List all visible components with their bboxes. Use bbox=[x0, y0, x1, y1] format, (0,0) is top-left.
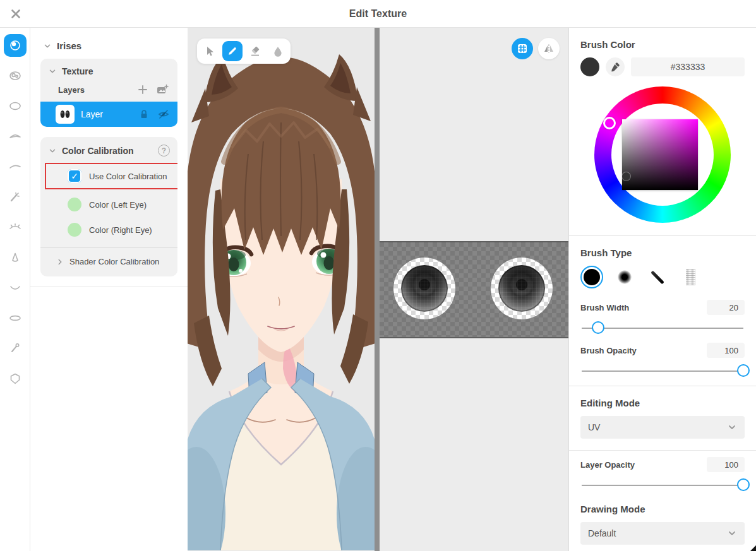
right-eye-color-swatch[interactable] bbox=[68, 223, 81, 237]
layer-opacity-slider-handle[interactable] bbox=[737, 478, 750, 491]
eyelash-brush-icon bbox=[8, 189, 23, 204]
brush-width-value[interactable]: 20 bbox=[707, 300, 745, 315]
eyebrow-icon bbox=[8, 159, 23, 174]
saturation-value-square[interactable] bbox=[622, 119, 698, 190]
character-preview bbox=[188, 28, 375, 550]
chevron-down-icon bbox=[727, 528, 737, 538]
sidebar-item-makeup-pen[interactable] bbox=[4, 337, 27, 360]
brush-color-row: #333333 bbox=[580, 57, 745, 76]
brush-width-slider[interactable] bbox=[582, 320, 743, 335]
eyedropper-icon bbox=[609, 61, 621, 73]
help-icon[interactable]: ? bbox=[158, 145, 170, 157]
face-outline-icon bbox=[8, 371, 23, 386]
color-calibration-title: Color Calibration bbox=[62, 146, 134, 156]
sidebar-item-mouth[interactable] bbox=[4, 276, 27, 299]
left-eye-color-swatch[interactable] bbox=[68, 198, 81, 211]
sidebar-item-highlight[interactable] bbox=[4, 64, 27, 87]
close-icon bbox=[9, 8, 22, 20]
irises-section-title: Irises bbox=[57, 40, 81, 51]
layer-thumbnail bbox=[56, 105, 75, 124]
brush-opacity-slider-handle[interactable] bbox=[737, 364, 750, 377]
viewport-splitter[interactable] bbox=[375, 28, 380, 551]
chevron-down-icon bbox=[43, 42, 52, 50]
hex-color-input[interactable]: #333333 bbox=[631, 57, 745, 76]
drawing-mode-dropdown[interactable]: Default bbox=[580, 522, 745, 545]
brush-tool-button[interactable] bbox=[222, 41, 243, 61]
sidebar-item-eyebrow[interactable] bbox=[4, 155, 27, 178]
sidebar-item-face-outline[interactable] bbox=[4, 367, 27, 390]
brush-type-title: Brush Type bbox=[580, 247, 745, 258]
hue-ring-handle[interactable] bbox=[603, 117, 616, 129]
lock-icon[interactable] bbox=[138, 109, 150, 120]
iris-icon bbox=[8, 38, 23, 53]
slider-track[interactable] bbox=[582, 370, 743, 372]
drawing-mode-value: Default bbox=[588, 528, 616, 538]
texture-uv-viewport[interactable] bbox=[380, 28, 568, 551]
brush-opacity-row: Brush Opacity 100 bbox=[580, 343, 745, 358]
layer-opacity-value[interactable]: 100 bbox=[707, 457, 745, 472]
shader-color-calibration-row[interactable]: Shader Color Calibration bbox=[40, 248, 177, 276]
left-iris-texture bbox=[401, 265, 448, 312]
layers-panel: Irises Texture Layers bbox=[30, 28, 188, 551]
character-preview-viewport[interactable] bbox=[188, 28, 375, 551]
irises-section-header[interactable]: Irises bbox=[40, 35, 177, 59]
chevron-right-icon bbox=[56, 258, 64, 266]
lips-icon bbox=[8, 311, 23, 326]
sidebar-item-eyeline[interactable] bbox=[4, 216, 27, 239]
toggle-grid-button[interactable] bbox=[512, 38, 533, 59]
divider bbox=[30, 287, 188, 287]
layer-name: Layer bbox=[81, 109, 103, 119]
sidebar-item-eye-white[interactable] bbox=[4, 95, 27, 117]
blur-tool-button[interactable] bbox=[268, 41, 288, 61]
right-iris-texture bbox=[498, 265, 545, 312]
sidebar-item-nose[interactable] bbox=[4, 246, 27, 269]
brush-opacity-value[interactable]: 100 bbox=[707, 343, 745, 358]
slider-track[interactable] bbox=[582, 485, 743, 486]
sidebar-item-eyelash-brush[interactable] bbox=[4, 186, 27, 208]
eyeline-icon bbox=[8, 220, 23, 235]
brush-type-soft[interactable] bbox=[613, 266, 636, 288]
brush-type-solid[interactable] bbox=[580, 266, 603, 288]
face-part-sidebar bbox=[0, 28, 30, 551]
brush-width-slider-handle[interactable] bbox=[592, 321, 604, 334]
close-button[interactable] bbox=[9, 7, 23, 21]
color-calibration-header[interactable]: Color Calibration ? bbox=[40, 137, 177, 163]
sidebar-item-eyelid[interactable] bbox=[4, 125, 27, 148]
sidebar-item-lips[interactable] bbox=[4, 307, 27, 329]
brush-type-texture[interactable] bbox=[679, 266, 702, 288]
layer-opacity-slider[interactable] bbox=[582, 477, 743, 492]
window-resize-handle[interactable] bbox=[750, 545, 756, 551]
check-icon: ✓ bbox=[69, 170, 80, 182]
mirror-icon bbox=[543, 42, 555, 55]
eyedropper-button[interactable] bbox=[606, 57, 625, 76]
layer-row-selected[interactable]: Layer bbox=[40, 102, 177, 127]
editing-mode-dropdown[interactable]: UV bbox=[580, 416, 745, 439]
titlebar: Edit Texture bbox=[0, 0, 756, 28]
visibility-off-icon[interactable] bbox=[157, 109, 170, 120]
brush-opacity-slider[interactable] bbox=[582, 363, 743, 378]
brush-type-streak[interactable] bbox=[646, 266, 669, 288]
sidebar-item-iris[interactable] bbox=[4, 34, 27, 57]
layer-opacity-label: Layer Opacity bbox=[580, 460, 635, 470]
slider-track[interactable] bbox=[582, 328, 743, 329]
makeup-pen-icon bbox=[8, 341, 23, 356]
texture-group-header[interactable]: Texture bbox=[40, 59, 177, 83]
select-tool-button[interactable] bbox=[200, 41, 220, 61]
color-calibration-group: Color Calibration ? ✓ Use Color Calibrat… bbox=[40, 137, 177, 276]
add-layer-button[interactable] bbox=[137, 84, 148, 95]
eraser-tool-button[interactable] bbox=[245, 41, 265, 61]
brush-width-label: Brush Width bbox=[580, 303, 629, 312]
divider bbox=[569, 450, 756, 451]
brush-width-row: Brush Width 20 bbox=[580, 300, 745, 315]
page-title: Edit Texture bbox=[0, 8, 756, 20]
chevron-down-icon bbox=[727, 422, 737, 432]
use-color-calibration-checkbox[interactable]: ✓ bbox=[68, 169, 81, 183]
saturation-value-handle[interactable] bbox=[622, 172, 630, 181]
mirror-mode-button[interactable] bbox=[538, 38, 560, 59]
color-wheel[interactable] bbox=[594, 86, 731, 223]
highlight-icon bbox=[8, 68, 23, 83]
import-image-button[interactable] bbox=[156, 84, 169, 95]
nose-icon bbox=[8, 250, 23, 265]
layers-label: Layers bbox=[58, 85, 85, 95]
brush-opacity-label: Brush Opacity bbox=[580, 346, 637, 355]
